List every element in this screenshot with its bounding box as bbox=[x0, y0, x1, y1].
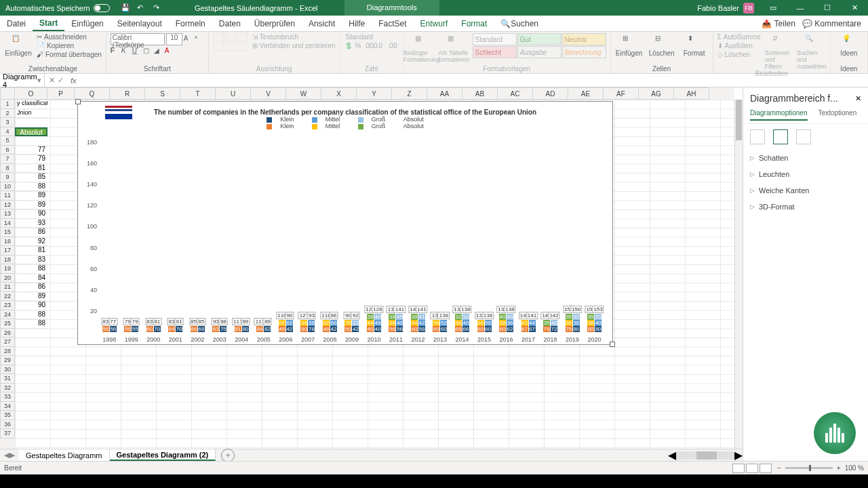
format-cells-button[interactable]: ⬍Format bbox=[680, 33, 709, 57]
section-schatten[interactable]: Schatten bbox=[743, 150, 868, 166]
col-header-AF[interactable]: AF bbox=[604, 87, 639, 100]
col-header-AE[interactable]: AE bbox=[568, 87, 604, 100]
col-header-T[interactable]: T bbox=[180, 87, 216, 100]
format-painter-button[interactable]: 🖌 Format übertragen bbox=[37, 51, 102, 58]
row-header-33[interactable]: 33 bbox=[0, 392, 15, 402]
section-weiche-kanten[interactable]: Weiche Kanten bbox=[743, 182, 868, 199]
page-break-view-icon[interactable] bbox=[760, 464, 772, 473]
row-header-15[interactable]: 15 bbox=[0, 228, 15, 237]
section-3d-format[interactable]: 3D-Format bbox=[743, 199, 868, 215]
tab-ueberpruefen[interactable]: Überprüfen bbox=[248, 16, 302, 31]
delete-cells-button[interactable]: ⊟Löschen bbox=[648, 33, 676, 57]
row-header-11[interactable]: 11 bbox=[0, 191, 15, 201]
col-header-AC[interactable]: AC bbox=[498, 87, 533, 100]
tab-formeln[interactable]: Formeln bbox=[169, 16, 212, 31]
bar-group-2010[interactable]: 404838126404840128 bbox=[363, 142, 385, 332]
row-header-35[interactable]: 35 bbox=[0, 411, 15, 420]
zoom-slider[interactable] bbox=[785, 467, 833, 469]
horizontal-scrollbar[interactable]: ◀▶ bbox=[668, 449, 743, 461]
bar-group-2016[interactable]: 603840138623640138 bbox=[495, 142, 517, 332]
zoom-in-icon[interactable]: + bbox=[837, 464, 841, 472]
pane-close-icon[interactable]: ✕ bbox=[855, 94, 861, 103]
size-props-icon[interactable] bbox=[796, 129, 811, 144]
row-header-9[interactable]: 9 bbox=[0, 173, 15, 182]
col-header-V[interactable]: V bbox=[251, 87, 286, 100]
cell-value[interactable]: 86 bbox=[15, 283, 47, 292]
cell-value[interactable]: 77 bbox=[15, 146, 47, 155]
cell-value[interactable]: 86 bbox=[15, 228, 47, 237]
bar-group-2014[interactable]: 683832138664032138 bbox=[451, 142, 473, 332]
autosum-button[interactable]: Σ AutoSumme bbox=[717, 33, 761, 41]
row-header-10[interactable]: 10 bbox=[0, 182, 15, 192]
tab-entwurf[interactable]: Entwurf bbox=[414, 16, 455, 31]
currency-icon[interactable]: 💲 bbox=[344, 42, 354, 52]
column-headers[interactable]: OPQRSTUVWXYZAAABACADAEAFAGAH bbox=[0, 87, 734, 100]
tab-seitenlayout[interactable]: Seitenlayout bbox=[111, 16, 169, 31]
chart-plot-area[interactable]: 20406080100120140160180 5883567758795579… bbox=[98, 142, 606, 332]
row-header-1[interactable]: 1 bbox=[0, 100, 15, 109]
cell-value[interactable]: 88 bbox=[15, 182, 47, 192]
col-header-S[interactable]: S bbox=[145, 87, 180, 100]
row-header-37[interactable]: 37 bbox=[0, 429, 15, 439]
ribbon-display-icon[interactable]: ▭ bbox=[760, 0, 787, 16]
sheet-tab-2[interactable]: Gestapeltes Diagramm (2) bbox=[110, 449, 216, 461]
sheet-nav-icon[interactable]: ◀▶ bbox=[0, 451, 19, 460]
autosave-toggle[interactable]: Automatisches Speichern bbox=[0, 4, 115, 12]
row-header-20[interactable]: 20 bbox=[0, 274, 15, 283]
bar-group-2002[interactable]: 66856885 bbox=[186, 142, 209, 332]
zoom-level[interactable]: 100 % bbox=[845, 464, 864, 472]
align-buttons[interactable] bbox=[213, 33, 248, 51]
style-berechnung[interactable]: Berechnung bbox=[562, 46, 606, 58]
font-name-combo[interactable]: Calibri (Textkörpe bbox=[111, 33, 165, 45]
inc-decimal-icon[interactable]: .0 bbox=[377, 42, 387, 52]
row-header-18[interactable]: 18 bbox=[0, 256, 15, 265]
bold-icon[interactable]: F bbox=[111, 47, 120, 56]
row-header-21[interactable]: 21 bbox=[0, 283, 15, 292]
cell-value[interactable]: 88 bbox=[15, 264, 47, 274]
cell-value[interactable]: 89 bbox=[15, 201, 47, 210]
as-table-button[interactable]: ▦Als Tabelle formatieren bbox=[440, 33, 469, 63]
bar-group-2019[interactable]: 793635150803832150 bbox=[561, 142, 584, 332]
cell-value[interactable]: 92 bbox=[15, 237, 47, 247]
row-header-25[interactable]: 25 bbox=[0, 319, 15, 329]
row-header-6[interactable]: 6 bbox=[0, 146, 15, 155]
clear-button[interactable]: ◇ Löschen bbox=[717, 51, 761, 58]
fill-color-icon[interactable]: ◢ bbox=[154, 47, 163, 56]
fill-line-icon[interactable] bbox=[750, 129, 765, 144]
bar-group-2006[interactable]: 4562116426290 bbox=[275, 142, 297, 332]
cancel-formula-icon[interactable]: ✕ bbox=[49, 76, 55, 85]
find-button[interactable]: 🔍Suchen und Auswählen bbox=[797, 33, 826, 70]
cell-value[interactable]: 88 bbox=[15, 310, 47, 320]
cell-value[interactable]: 88 bbox=[15, 319, 47, 329]
dec-decimal-icon[interactable]: .00 bbox=[388, 42, 397, 52]
name-box[interactable]: Diagramm 4 ▾ bbox=[0, 73, 45, 89]
col-header-AA[interactable]: AA bbox=[427, 87, 462, 100]
fx-label-icon[interactable]: fx bbox=[68, 77, 79, 85]
bar-group-2009[interactable]: 503590423192 bbox=[341, 142, 363, 332]
tab-factset[interactable]: FactSet bbox=[372, 16, 413, 31]
wrap-text-button[interactable]: ⇲ Textumbruch bbox=[252, 33, 336, 41]
sheet-tab-1[interactable]: Gestapeltes Diagramm bbox=[19, 449, 110, 461]
bar-group-2020[interactable]: 803835153804033153 bbox=[583, 142, 606, 332]
bar-group-2007[interactable]: 8038127783893 bbox=[297, 142, 319, 332]
row-header-34[interactable]: 34 bbox=[0, 402, 15, 411]
comments-button[interactable]: 💬 Kommentare bbox=[802, 19, 861, 28]
row-header-27[interactable]: 27 bbox=[0, 338, 15, 347]
row-header-14[interactable]: 14 bbox=[0, 219, 15, 228]
row-header-26[interactable]: 26 bbox=[0, 329, 15, 338]
row-header-36[interactable]: 36 bbox=[0, 420, 15, 430]
col-header-AB[interactable]: AB bbox=[462, 87, 498, 100]
col-header-AD[interactable]: AD bbox=[533, 87, 568, 100]
paste-button[interactable]: 📋Einfügen bbox=[4, 33, 33, 57]
row-header-3[interactable]: 3 bbox=[0, 118, 15, 127]
close-icon[interactable]: ✕ bbox=[841, 0, 868, 16]
row-header-31[interactable]: 31 bbox=[0, 374, 15, 384]
style-neutral[interactable]: Neutral bbox=[562, 33, 606, 45]
ideas-button[interactable]: 💡Ideen bbox=[835, 33, 863, 57]
bar-group-2001[interactable]: 64837081 bbox=[165, 142, 187, 332]
col-header-P[interactable]: P bbox=[47, 87, 75, 100]
select-all-cell[interactable] bbox=[0, 87, 15, 100]
absolut-header-cell[interactable]: Absolut bbox=[15, 127, 47, 137]
cell-value[interactable]: 83 bbox=[15, 256, 47, 265]
pane-tab-options[interactable]: Diagrammoptionen bbox=[750, 109, 808, 121]
